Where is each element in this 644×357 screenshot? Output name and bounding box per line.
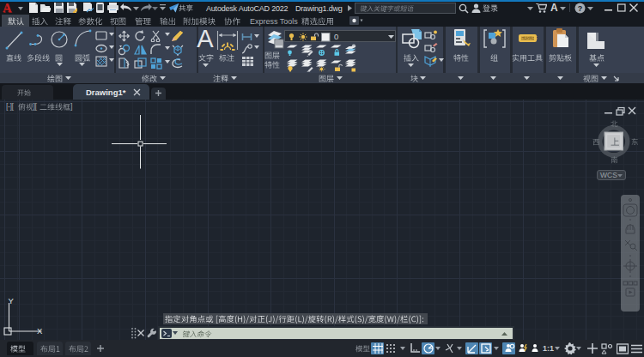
svg-text:X: X [37, 326, 43, 336]
svg-text:?: ? [578, 4, 583, 13]
svg-text:Y: Y [9, 296, 15, 306]
svg-text:MEASURE: MEASURE [519, 36, 538, 40]
